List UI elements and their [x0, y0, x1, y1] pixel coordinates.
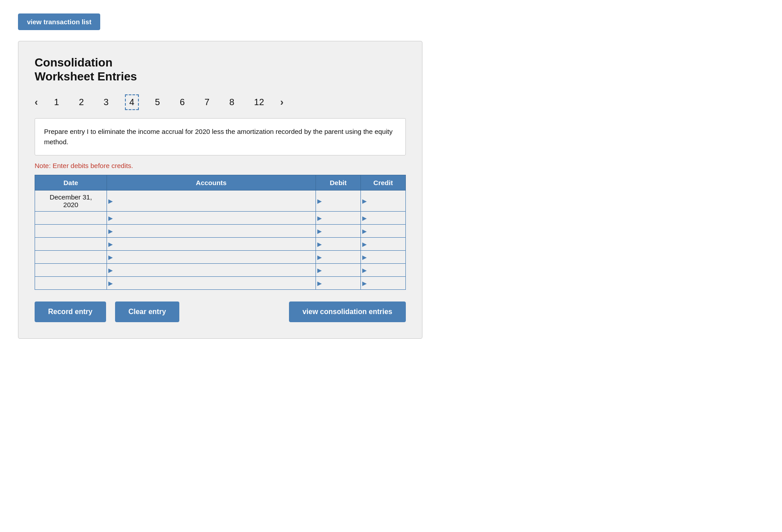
debit-input-4[interactable] [323, 251, 360, 263]
page-1[interactable]: 1 [50, 95, 62, 109]
debit-arrow-icon: ▶ [316, 267, 323, 274]
accounts-cell-0[interactable]: ▶ [107, 191, 316, 212]
credit-arrow-icon: ▶ [361, 267, 368, 274]
date-cell-2 [35, 225, 107, 238]
debit-input-5[interactable] [323, 264, 360, 276]
credit-input-1[interactable] [368, 212, 405, 224]
accounts-arrow-icon: ▶ [107, 280, 114, 287]
date-cell-5 [35, 264, 107, 277]
table-row: ▶▶▶ [35, 225, 406, 238]
main-card: Consolidation Worksheet Entries ‹ 1 2 3 … [18, 41, 422, 339]
debit-arrow-icon: ▶ [316, 241, 323, 248]
accounts-arrow-icon: ▶ [107, 267, 114, 274]
page-2[interactable]: 2 [75, 95, 87, 109]
debit-cell-3[interactable]: ▶ [316, 238, 361, 251]
page-3[interactable]: 3 [100, 95, 112, 109]
credit-input-5[interactable] [368, 264, 405, 276]
col-header-date: Date [35, 175, 107, 191]
credit-input-0[interactable] [368, 195, 405, 207]
accounts-input-1[interactable] [114, 212, 315, 224]
date-cell-0: December 31, 2020 [35, 191, 107, 212]
prev-page-button[interactable]: ‹ [35, 97, 38, 108]
credit-arrow-icon: ▶ [361, 228, 368, 235]
page-7[interactable]: 7 [201, 95, 213, 109]
credit-cell-0[interactable]: ▶ [361, 191, 406, 212]
debit-arrow-icon: ▶ [316, 254, 323, 261]
debit-input-1[interactable] [323, 212, 360, 224]
clear-entry-button[interactable]: Clear entry [115, 301, 180, 322]
credit-arrow-icon: ▶ [361, 198, 368, 204]
debit-arrow-icon: ▶ [316, 280, 323, 287]
debit-cell-5[interactable]: ▶ [316, 264, 361, 277]
credit-arrow-icon: ▶ [361, 241, 368, 248]
table-row: ▶▶▶ [35, 264, 406, 277]
accounts-input-2[interactable] [114, 225, 315, 237]
table-row: ▶▶▶ [35, 212, 406, 225]
accounts-input-6[interactable] [114, 277, 315, 289]
accounts-arrow-icon: ▶ [107, 228, 114, 235]
credit-cell-2[interactable]: ▶ [361, 225, 406, 238]
record-entry-button[interactable]: Record entry [35, 301, 106, 322]
accounts-cell-2[interactable]: ▶ [107, 225, 316, 238]
debit-cell-4[interactable]: ▶ [316, 251, 361, 264]
entry-table: Date Accounts Debit Credit December 31, … [35, 175, 406, 290]
credit-cell-6[interactable]: ▶ [361, 277, 406, 290]
accounts-arrow-icon: ▶ [107, 241, 114, 248]
accounts-cell-6[interactable]: ▶ [107, 277, 316, 290]
debit-cell-1[interactable]: ▶ [316, 212, 361, 225]
col-header-debit: Debit [316, 175, 361, 191]
page-5[interactable]: 5 [151, 95, 164, 109]
debit-input-6[interactable] [323, 277, 360, 289]
debit-cell-0[interactable]: ▶ [316, 191, 361, 212]
date-cell-4 [35, 251, 107, 264]
date-cell-6 [35, 277, 107, 290]
credit-cell-1[interactable]: ▶ [361, 212, 406, 225]
credit-input-6[interactable] [368, 277, 405, 289]
date-cell-3 [35, 238, 107, 251]
credit-cell-5[interactable]: ▶ [361, 264, 406, 277]
credit-input-3[interactable] [368, 238, 405, 250]
view-transaction-button[interactable]: view transaction list [18, 13, 100, 30]
col-header-accounts: Accounts [107, 175, 316, 191]
debit-cell-2[interactable]: ▶ [316, 225, 361, 238]
accounts-cell-5[interactable]: ▶ [107, 264, 316, 277]
debit-arrow-icon: ▶ [316, 215, 323, 222]
table-row: December 31, 2020▶▶▶ [35, 191, 406, 212]
debit-input-0[interactable] [323, 195, 360, 207]
accounts-input-0[interactable] [114, 195, 315, 207]
page-6[interactable]: 6 [176, 95, 188, 109]
credit-arrow-icon: ▶ [361, 254, 368, 261]
credit-input-4[interactable] [368, 251, 405, 263]
page-8[interactable]: 8 [226, 95, 238, 109]
accounts-arrow-icon: ▶ [107, 254, 114, 261]
debit-arrow-icon: ▶ [316, 198, 323, 204]
credit-cell-3[interactable]: ▶ [361, 238, 406, 251]
accounts-input-3[interactable] [114, 238, 315, 250]
debit-cell-6[interactable]: ▶ [316, 277, 361, 290]
accounts-arrow-icon: ▶ [107, 215, 114, 222]
card-title: Consolidation Worksheet Entries [35, 56, 406, 84]
accounts-cell-3[interactable]: ▶ [107, 238, 316, 251]
view-consolidation-button[interactable]: view consolidation entries [289, 301, 406, 322]
col-header-credit: Credit [361, 175, 406, 191]
page-4-active[interactable]: 4 [125, 94, 139, 110]
credit-arrow-icon: ▶ [361, 215, 368, 222]
date-cell-1 [35, 212, 107, 225]
note-text: Note: Enter debits before credits. [35, 162, 406, 169]
accounts-cell-4[interactable]: ▶ [107, 251, 316, 264]
accounts-arrow-icon: ▶ [107, 198, 114, 204]
page-12[interactable]: 12 [250, 95, 267, 109]
accounts-input-4[interactable] [114, 251, 315, 263]
table-row: ▶▶▶ [35, 251, 406, 264]
credit-arrow-icon: ▶ [361, 280, 368, 287]
credit-cell-4[interactable]: ▶ [361, 251, 406, 264]
bottom-buttons: Record entry Clear entry view consolidat… [35, 301, 406, 322]
debit-input-2[interactable] [323, 225, 360, 237]
credit-input-2[interactable] [368, 225, 405, 237]
next-page-button[interactable]: › [280, 97, 284, 108]
instruction-box: Prepare entry I to eliminate the income … [35, 118, 406, 155]
accounts-cell-1[interactable]: ▶ [107, 212, 316, 225]
debit-input-3[interactable] [323, 238, 360, 250]
pagination: ‹ 1 2 3 4 5 6 7 8 12 › [35, 94, 406, 110]
accounts-input-5[interactable] [114, 264, 315, 276]
